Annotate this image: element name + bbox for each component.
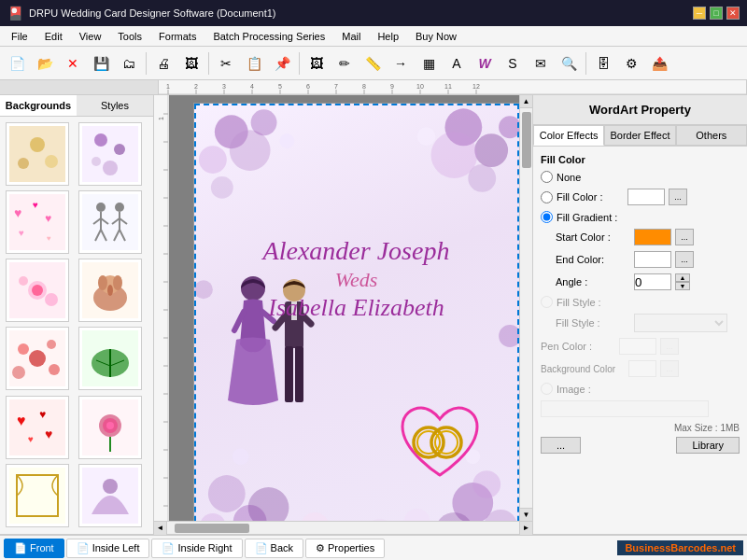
svg-point-114 (474, 133, 508, 167)
fill-color-picker-btn[interactable]: ... (669, 189, 687, 205)
minimize-button[interactable]: ─ (693, 7, 706, 20)
svg-text:1: 1 (158, 117, 164, 120)
bg-color-btn[interactable]: ... (660, 360, 679, 377)
print-preview-button[interactable]: 🖼 (178, 50, 204, 77)
start-color-picker-btn[interactable]: ... (675, 229, 694, 245)
fill-style-radio[interactable] (541, 296, 553, 308)
scroll-down-button[interactable]: ▼ (520, 508, 533, 521)
line-button[interactable]: 📏 (359, 50, 386, 77)
menu-edit[interactable]: Edit (37, 29, 70, 44)
wordart-button[interactable]: W (472, 50, 498, 77)
tab-front[interactable]: 📄 Front (4, 539, 64, 558)
menu-tools[interactable]: Tools (110, 29, 149, 44)
end-color-picker-btn[interactable]: ... (675, 251, 694, 268)
thumb-6[interactable] (78, 259, 142, 322)
menu-batch[interactable]: Batch Processing Series (205, 29, 332, 44)
menu-view[interactable]: View (72, 29, 109, 44)
menu-help[interactable]: Help (370, 29, 406, 44)
menu-buynow[interactable]: Buy Now (408, 29, 464, 44)
inside-right-label: Inside Right (177, 542, 232, 553)
end-color-swatch[interactable] (634, 251, 671, 268)
tab-others[interactable]: Others (676, 125, 747, 146)
shapes-button[interactable]: S (500, 50, 526, 77)
thumb-9[interactable]: ♥♥♥♥ (6, 396, 69, 459)
image-button[interactable]: 🖼 (303, 50, 330, 77)
save-as-button[interactable]: 🗂 (116, 50, 142, 77)
thumb-3[interactable]: ♥♥♥♥♥ (6, 190, 69, 254)
maximize-button[interactable]: □ (710, 7, 723, 20)
fill-color-radio[interactable] (541, 191, 553, 203)
angle-up-btn[interactable]: ▲ (675, 273, 690, 282)
library-button[interactable]: Library (676, 437, 740, 454)
tab-color-effects[interactable]: Color Effects (533, 125, 604, 146)
fill-gradient-radio[interactable] (541, 211, 553, 223)
close-button[interactable]: ✕ (726, 7, 740, 20)
mail-button[interactable]: ✉ (528, 50, 554, 77)
thumb-11[interactable] (6, 464, 69, 527)
thumb-2[interactable] (78, 122, 142, 186)
barcode-button[interactable]: ▦ (416, 50, 442, 77)
copy-button[interactable]: 📋 (241, 50, 267, 77)
pen-color-swatch[interactable] (619, 338, 656, 355)
toolbar: 📄 📂 ✕ 💾 🗂 🖨 🖼 ✂ 📋 📌 🖼 ✏ 📏 → ▦ A W S ✉ 🔍 … (0, 47, 747, 80)
left-tabs: Backgrounds Styles (0, 95, 153, 117)
menu-formats[interactable]: Formats (151, 29, 204, 44)
fill-style-select[interactable] (634, 314, 727, 332)
image-radio[interactable] (541, 383, 553, 395)
open-button[interactable]: 📂 (32, 50, 58, 77)
none-radio[interactable] (541, 171, 553, 183)
settings-button[interactable]: ⚙ (618, 50, 644, 77)
pen-color-btn[interactable]: ... (660, 338, 679, 355)
close-doc-button[interactable]: ✕ (60, 50, 86, 77)
svg-point-57 (19, 276, 28, 286)
svg-point-89 (103, 479, 118, 494)
start-color-swatch[interactable] (634, 229, 671, 245)
none-label: None (557, 172, 581, 183)
menu-mail[interactable]: Mail (334, 29, 368, 44)
thumb-12[interactable] (78, 464, 142, 527)
new-button[interactable]: 📄 (4, 50, 30, 77)
bg-color-swatch[interactable] (628, 360, 656, 377)
draw-button[interactable]: ✏ (331, 50, 358, 77)
menu-file[interactable]: File (4, 29, 35, 44)
db-button[interactable]: 🗄 (590, 50, 616, 77)
tab-properties[interactable]: ⚙ Properties (305, 539, 385, 558)
tab-border-effect[interactable]: Border Effect (604, 125, 675, 146)
save-button[interactable]: 💾 (88, 50, 114, 77)
thumb-4[interactable] (78, 190, 142, 254)
print-button[interactable]: 🖨 (150, 50, 176, 77)
ruler-horizontal: 1 2 3 4 5 6 7 8 9 10 11 (159, 80, 747, 94)
thumb-7[interactable] (6, 327, 69, 390)
thumb-10[interactable] (78, 396, 142, 459)
image-path-input[interactable] (541, 400, 709, 417)
thumbnail-grid: ♥♥♥♥♥ ♥♥♥♥ (0, 117, 153, 534)
tab-inside-right[interactable]: 📄 Inside Right (151, 539, 242, 558)
scroll-up-button[interactable]: ▲ (520, 95, 533, 108)
hscroll-right[interactable]: ► (519, 522, 532, 535)
horizontal-scrollbar[interactable]: ◄ ► (154, 521, 532, 534)
tab-styles[interactable]: Styles (77, 95, 153, 116)
paste-button[interactable]: 📌 (269, 50, 295, 77)
svg-point-34 (92, 157, 101, 166)
angle-down-btn[interactable]: ▼ (675, 282, 690, 290)
thumb-5[interactable] (6, 259, 69, 322)
zoom-in-button[interactable]: 🔍 (556, 50, 582, 77)
fill-color-swatch[interactable] (627, 189, 665, 205)
dots-button[interactable]: ... (541, 437, 581, 454)
tab-inside-left[interactable]: 📄 Inside Left (66, 539, 150, 558)
svg-point-134 (403, 509, 430, 521)
hscroll-thumb[interactable] (175, 524, 249, 533)
scroll-thumb[interactable] (522, 112, 531, 168)
angle-input[interactable]: 0 (634, 273, 671, 290)
tab-backgrounds[interactable]: Backgrounds (0, 95, 77, 116)
thumb-8[interactable] (78, 327, 142, 390)
canvas-area[interactable]: 1 (154, 95, 532, 521)
cut-button[interactable]: ✂ (213, 50, 239, 77)
thumb-1[interactable] (6, 122, 69, 186)
text-button[interactable]: A (444, 50, 470, 77)
vertical-scrollbar[interactable]: ▲ ▼ (519, 95, 532, 521)
tab-back[interactable]: 📄 Back (245, 539, 303, 558)
hscroll-left[interactable]: ◄ (154, 522, 167, 535)
arrow-button[interactable]: → (388, 50, 414, 77)
export-button[interactable]: 📤 (646, 50, 672, 77)
